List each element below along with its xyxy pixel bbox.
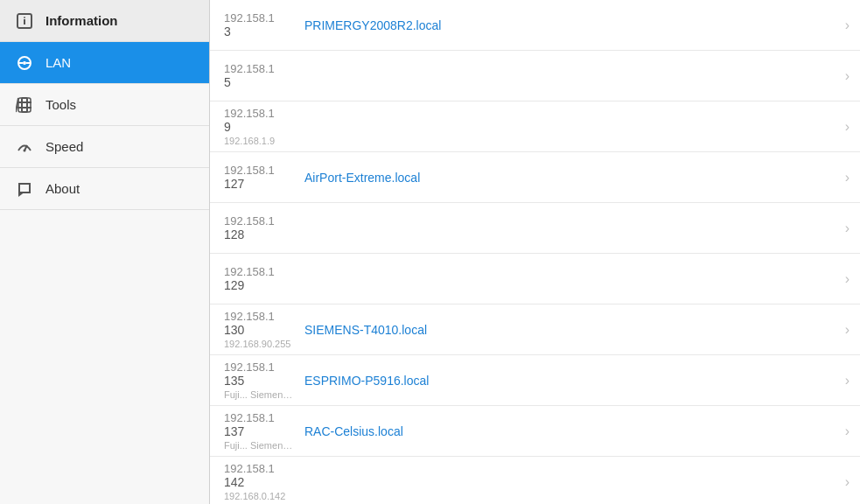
- sidebar-item-speed-label: Speed: [45, 139, 83, 154]
- list-item[interactable]: 192.158.1 5 ›: [210, 51, 860, 102]
- sidebar-item-tools[interactable]: Tools: [0, 84, 209, 126]
- row-middle: AirPort-Extreme.local: [294, 171, 767, 185]
- sidebar-item-lan-label: LAN: [45, 55, 71, 70]
- svg-point-13: [24, 149, 26, 151]
- svg-rect-7: [22, 98, 27, 112]
- row-sub: Fuji... Siemens Ag: [224, 389, 294, 400]
- svg-point-2: [24, 17, 25, 18]
- row-middle: RAC-Celsius.local: [294, 424, 767, 438]
- row-ip: 192.158.1: [224, 214, 294, 228]
- list-item[interactable]: 192.158.1 3 PRIMERGY2008R2.local ›: [210, 0, 860, 51]
- sidebar-item-about-label: About: [45, 181, 80, 196]
- row-ip: 192.158.1: [224, 265, 294, 278]
- chevron-right-icon: ›: [845, 119, 850, 135]
- row-num: 137: [224, 424, 294, 438]
- row-middle: PRIMERGY2008R2.local: [294, 18, 767, 32]
- row-ip-block: 192.158.1 5: [224, 62, 294, 89]
- sidebar-item-information-label: Information: [45, 13, 118, 28]
- row-ip: 192.158.1: [224, 411, 294, 424]
- chevron-right-icon: ›: [845, 373, 850, 388]
- sidebar-item-lan[interactable]: LAN: [0, 42, 209, 84]
- row-ip-block: 192.158.1 135 Fuji... Siemens Ag: [224, 360, 294, 400]
- svg-point-4: [23, 61, 26, 65]
- list-item[interactable]: 192.158.1 142 192.168.0.142 ›: [210, 457, 860, 504]
- row-num: 130: [224, 323, 294, 337]
- row-ip: 192.158.1: [224, 107, 294, 120]
- row-num: 5: [224, 75, 294, 89]
- row-ip-block: 192.158.1 142 192.168.0.142: [224, 462, 294, 501]
- row-ip: 192.158.1: [224, 360, 294, 374]
- row-sub: Fuji... Siemens Ag: [224, 440, 294, 451]
- list-item[interactable]: 192.158.1 130 192.168.90.255 SIEMENS-T40…: [210, 304, 860, 355]
- lan-icon: [14, 52, 35, 74]
- chevron-right-icon: ›: [845, 170, 850, 186]
- row-hostname: AirPort-Extreme.local: [304, 171, 757, 185]
- chevron-right-icon: ›: [845, 18, 850, 33]
- chevron-right-icon: ›: [845, 271, 850, 287]
- list-item[interactable]: 192.158.1 135 Fuji... Siemens Ag ESPRIMO…: [210, 355, 860, 406]
- row-num: 127: [224, 177, 294, 191]
- row-num: 128: [224, 228, 294, 242]
- row-ip-block: 192.158.1 9 192.168.1.9: [224, 107, 294, 146]
- chevron-right-icon: ›: [845, 424, 850, 439]
- row-ip: 192.158.1: [224, 62, 294, 75]
- chevron-right-icon: ›: [845, 68, 850, 84]
- row-ip-block: 192.158.1 128: [224, 214, 294, 242]
- row-ip: 192.158.1: [224, 164, 294, 177]
- row-hostname: ESPRIMO-P5916.local: [304, 374, 757, 388]
- svg-rect-11: [18, 98, 31, 112]
- list-item[interactable]: 192.158.1 128 ›: [210, 203, 860, 254]
- speed-icon: [14, 136, 35, 158]
- row-ip-block: 192.158.1 137 Fuji... Siemens Ag: [224, 411, 294, 451]
- row-hostname: RAC-Celsius.local: [304, 424, 757, 438]
- list-item[interactable]: 192.158.1 9 192.168.1.9 ›: [210, 102, 860, 152]
- list-item[interactable]: 192.158.1 137 Fuji... Siemens Ag RAC-Cel…: [210, 406, 860, 457]
- chevron-right-icon: ›: [845, 322, 850, 338]
- info-icon: [14, 10, 35, 32]
- row-num: 142: [224, 475, 294, 489]
- row-ip-block: 192.158.1 127: [224, 164, 294, 191]
- sidebar-item-speed[interactable]: Speed: [0, 126, 209, 168]
- sidebar-item-information[interactable]: Information: [0, 0, 209, 42]
- list-item[interactable]: 192.158.1 129 ›: [210, 254, 860, 304]
- row-num: 129: [224, 278, 294, 292]
- row-ip-block: 192.158.1 130 192.168.90.255: [224, 310, 294, 349]
- row-middle: ESPRIMO-P5916.local: [294, 374, 767, 388]
- row-middle: SIEMENS-T4010.local: [294, 323, 767, 337]
- row-sub: 192.168.1.9: [224, 136, 294, 146]
- about-icon: [14, 178, 35, 200]
- row-sub: 192.168.0.142: [224, 491, 294, 501]
- sidebar-item-tools-label: Tools: [45, 97, 76, 112]
- row-ip: 192.158.1: [224, 11, 294, 24]
- row-num: 135: [224, 374, 294, 388]
- row-ip: 192.158.1: [224, 310, 294, 323]
- row-num: 9: [224, 120, 294, 134]
- device-list: 192.158.1 3 PRIMERGY2008R2.local › 192.1…: [210, 0, 860, 504]
- list-item[interactable]: 192.158.1 127 AirPort-Extreme.local ›: [210, 152, 860, 203]
- row-hostname: PRIMERGY2008R2.local: [304, 18, 757, 32]
- tools-icon: [14, 94, 35, 116]
- chevron-right-icon: ›: [845, 474, 850, 490]
- sidebar-item-about[interactable]: About: [0, 168, 209, 210]
- row-num: 3: [224, 24, 294, 38]
- chevron-right-icon: ›: [845, 220, 850, 236]
- row-ip-block: 192.158.1 3: [224, 11, 294, 38]
- sidebar: Information LAN Tools: [0, 0, 210, 504]
- row-ip: 192.158.1: [224, 462, 294, 475]
- row-ip-block: 192.158.1 129: [224, 265, 294, 292]
- row-hostname: SIEMENS-T4010.local: [304, 323, 757, 337]
- row-sub: 192.168.90.255: [224, 339, 294, 349]
